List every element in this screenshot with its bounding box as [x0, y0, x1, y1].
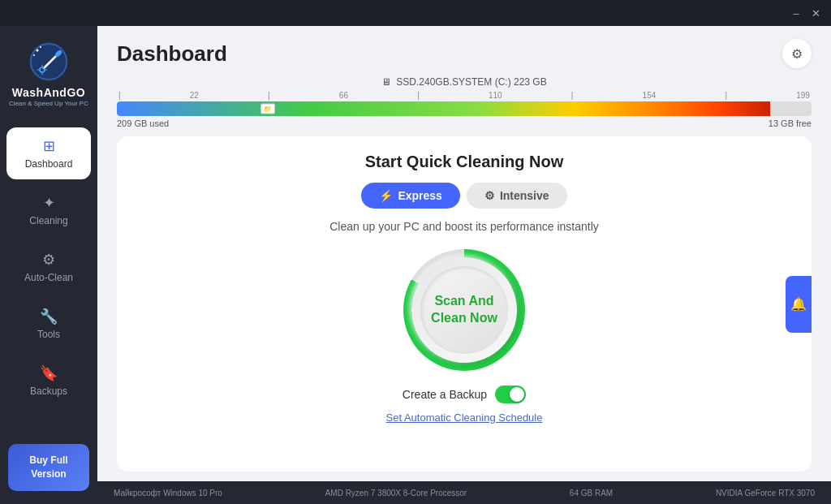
main-card: Start Quick Cleaning Now ⚡ Express ⚙ Int… — [117, 136, 812, 472]
svg-point-4 — [33, 54, 35, 56]
close-button[interactable]: ✕ — [807, 4, 825, 22]
status-gpu: NVIDIA GeForce RTX 3070 — [716, 489, 815, 498]
quick-clean-title: Start Quick Cleaning Now — [365, 153, 563, 171]
cleaning-icon: ✦ — [43, 194, 55, 212]
mode-tabs: ⚡ Express ⚙ Intensive — [361, 183, 566, 209]
sidebar-label-dashboard: Dashboard — [25, 158, 73, 170]
backup-row: Create a Backup — [403, 386, 526, 403]
scan-btn-inner: Scan And Clean Now — [420, 266, 508, 354]
disk-name: SSD.240GB.SYSTEM (C:) 223 GB — [396, 76, 546, 88]
disk-stats: 209 GB used 13 GB free — [117, 118, 812, 128]
clean-description: Clean up your PC and boost its performan… — [329, 220, 599, 233]
sidebar-label-autoclean: Auto-Clean — [24, 272, 73, 283]
intensive-tab[interactable]: ⚙ Intensive — [467, 183, 567, 209]
toggle-knob — [510, 387, 524, 402]
buy-full-version-button[interactable]: Buy Full Version — [8, 444, 89, 491]
backup-label: Create a Backup — [403, 388, 487, 401]
right-edge-tab[interactable]: 🔔 — [786, 276, 812, 333]
status-os: Майкрософт Windows 10 Pro — [114, 489, 222, 498]
svg-point-3 — [40, 46, 41, 48]
sidebar-item-tools[interactable]: 🔧 Tools — [6, 298, 91, 350]
backups-icon: 🔖 — [40, 364, 58, 382]
sidebar-label-backups: Backups — [30, 386, 67, 397]
page-title: Dashboard — [117, 41, 227, 67]
right-tab-icon: 🔔 — [790, 296, 807, 312]
sidebar-item-cleaning[interactable]: ✦ Cleaning — [6, 184, 91, 236]
disk-label: 🖥 SSD.240GB.SYSTEM (C:) 223 GB — [117, 76, 812, 88]
status-ram: 64 GB RAM — [570, 489, 613, 498]
sidebar-nav: ⊞ Dashboard ✦ Cleaning ⚙ Auto-Clean 🔧 To… — [0, 118, 97, 434]
scan-btn-middle: Scan And Clean Now — [411, 257, 517, 363]
express-icon: ⚡ — [379, 189, 393, 202]
drive-icon: 🖥 — [381, 76, 391, 88]
backup-toggle[interactable] — [495, 386, 526, 403]
intensive-label: Intensive — [500, 189, 549, 202]
titlebar: – ✕ — [0, 0, 831, 26]
dashboard-icon: ⊞ — [43, 137, 55, 155]
content-area: Dashboard ⚙ 🖥 SSD.240GB.SYSTEM (C:) 223 … — [97, 26, 831, 504]
svg-point-2 — [37, 50, 39, 52]
logo-title: WashAndGO — [12, 86, 85, 99]
status-bar: Майкрософт Windows 10 Pro AMD Ryzen 7 38… — [97, 481, 831, 504]
svg-point-0 — [29, 42, 68, 81]
minimize-button[interactable]: – — [787, 4, 805, 22]
disk-used-label: 209 GB used — [117, 118, 169, 128]
logo-area: WashAndGO Clean & Speed Up Your PC — [0, 26, 97, 118]
main-layout: WashAndGO Clean & Speed Up Your PC ⊞ Das… — [0, 26, 831, 504]
content-header: Dashboard ⚙ — [97, 26, 831, 76]
disk-bar: 📁 — [117, 101, 812, 116]
disk-marker: 📁 — [260, 104, 275, 114]
sidebar-item-backups[interactable]: 🔖 Backups — [6, 355, 91, 407]
tools-icon: 🔧 — [40, 308, 58, 325]
disk-scale: | 22 | 66 | 110 | 154 | 199 — [117, 91, 812, 100]
intensive-icon: ⚙ — [484, 189, 495, 202]
express-label: Express — [398, 189, 441, 202]
scan-clean-button[interactable]: Scan And Clean Now — [403, 249, 525, 371]
disk-bar-used: 📁 — [117, 101, 770, 116]
disk-section: 🖥 SSD.240GB.SYSTEM (C:) 223 GB | 22 | 66… — [97, 76, 831, 136]
logo-subtitle: Clean & Speed Up Your PC — [9, 100, 88, 107]
schedule-link[interactable]: Set Automatic Cleaning Schedule — [386, 411, 543, 424]
sidebar: WashAndGO Clean & Speed Up Your PC ⊞ Das… — [0, 26, 97, 504]
sidebar-item-autoclean[interactable]: ⚙ Auto-Clean — [6, 241, 91, 293]
settings-button[interactable]: ⚙ — [782, 39, 812, 68]
status-cpu: AMD Ryzen 7 3800X 8-Core Processor — [325, 489, 467, 498]
sidebar-item-dashboard[interactable]: ⊞ Dashboard — [6, 127, 91, 179]
logo-icon — [28, 41, 70, 83]
disk-free-label: 13 GB free — [769, 118, 812, 128]
settings-icon: ⚙ — [791, 46, 803, 62]
sidebar-label-tools: Tools — [37, 329, 60, 340]
autoclean-icon: ⚙ — [42, 251, 55, 269]
express-tab[interactable]: ⚡ Express — [361, 183, 459, 209]
sidebar-label-cleaning: Cleaning — [29, 215, 67, 226]
